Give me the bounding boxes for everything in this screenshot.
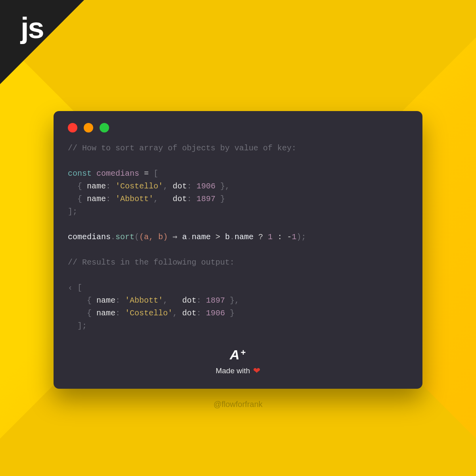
code-operator: = — [144, 169, 149, 178]
heart-icon: ❤ — [253, 366, 260, 376]
close-icon[interactable] — [68, 123, 77, 132]
code-comment: // How to sort array of objects by value… — [68, 144, 296, 153]
code-identifier: comedians — [96, 169, 139, 178]
window-controls — [68, 123, 408, 132]
code-keyword: const — [68, 169, 92, 178]
logo-plus: + — [241, 347, 246, 358]
fullscreen-icon[interactable] — [100, 123, 109, 132]
code-block: // How to sort array of objects by value… — [68, 142, 408, 332]
code-punct: [ — [154, 169, 158, 178]
card-footer: A+ Made with ❤ — [54, 347, 422, 376]
logo-letter: A — [230, 347, 240, 363]
corner-badge-label: js — [21, 11, 44, 45]
minimize-icon[interactable] — [84, 123, 93, 132]
logo: A+ — [230, 347, 246, 363]
made-with-text: Made with — [216, 367, 250, 375]
code-card: // How to sort array of objects by value… — [54, 111, 422, 389]
social-handle: @flowforfrank — [0, 400, 476, 409]
made-with-line: Made with ❤ — [216, 366, 261, 376]
